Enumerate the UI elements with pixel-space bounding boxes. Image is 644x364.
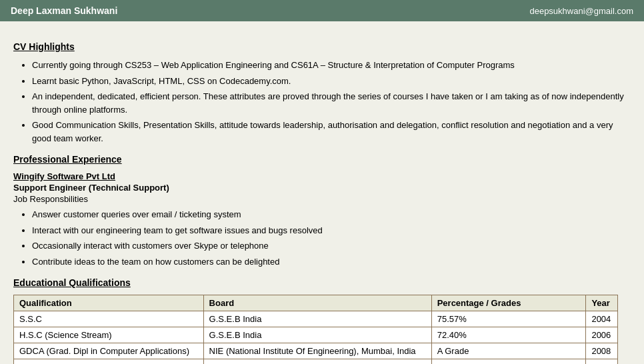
table-cell: G.S.E.B India [203, 327, 431, 343]
table-header-row: Qualification Board Percentage / Grades … [14, 295, 618, 311]
professional-experience-section: Professional Experience Wingify Software… [13, 154, 631, 268]
table-row: S.S.CG.S.E.B India75.57%2004 [14, 311, 618, 327]
table-cell: 75.57% [431, 311, 586, 327]
page-header: Deep Laxman Sukhwani deepsukhwani@gmail.… [0, 0, 644, 21]
list-item: Good Communication Skills, Presentation … [32, 119, 631, 145]
list-item: Answer customer queries over email / tic… [32, 208, 631, 221]
table-cell: 2006 [586, 327, 618, 343]
company-name: Wingify Software Pvt Ltd [13, 171, 631, 181]
main-content: CV Highlights Currently going through CS… [0, 21, 644, 364]
cv-highlights-section: CV Highlights Currently going through CS… [13, 41, 631, 145]
list-item: An independent, dedicated, efficient per… [32, 90, 631, 116]
table-row: H.S.C (Science Stream)G.S.E.B India72.40… [14, 327, 618, 343]
col-year: Year [586, 295, 618, 311]
cv-highlights-title: CV Highlights [13, 41, 631, 52]
table-cell: 2008 [586, 343, 618, 359]
table-cell: 2004 [586, 311, 618, 327]
table-cell: H.S.C (Science Stream) [14, 327, 204, 343]
header-email: deepsukhwani@gmail.com [529, 6, 633, 16]
list-item: Interact with our engineering team to ge… [32, 224, 631, 237]
list-item: Contribute ideas to the team on how cust… [32, 255, 631, 269]
table-cell: 2012 [586, 359, 618, 365]
edu-table: Qualification Board Percentage / Grades … [13, 295, 618, 364]
table-cell: NIE (National Institute Of Engineering),… [203, 343, 431, 359]
list-item: Occasionally interact with customers ove… [32, 239, 631, 253]
table-cell: G.S.E.B India [203, 311, 431, 327]
table-row: B.Sc. (Hons) - Applied AccountingOxford … [14, 359, 618, 365]
responsibilities-list: Answer customer queries over email / tic… [13, 208, 631, 268]
list-item: Learnt basic Python, JavaScript, HTML, C… [32, 75, 631, 88]
table-cell: 72.40% [431, 327, 586, 343]
table-cell: 2:1 – Upper Second Class Honours [431, 359, 586, 365]
table-cell: A Grade [431, 343, 586, 359]
col-board: Board [203, 295, 431, 311]
table-cell: B.Sc. (Hons) - Applied Accounting [14, 359, 204, 365]
cv-highlights-list: Currently going through CS253 – Web Appl… [13, 59, 631, 145]
table-row: GDCA (Grad. Dipl in Computer Application… [14, 343, 618, 359]
header-name: Deep Laxman Sukhwani [11, 5, 117, 16]
job-title: Support Engineer (Technical Support) [13, 183, 631, 193]
professional-experience-title: Professional Experience [13, 154, 631, 165]
table-cell: S.S.C [14, 311, 204, 327]
table-cell: Oxford Brookes University [203, 359, 431, 365]
educational-section: Educational Qualifications Qualification… [13, 277, 631, 364]
col-qualification: Qualification [14, 295, 204, 311]
educational-title: Educational Qualifications [13, 277, 631, 288]
list-item: Currently going through CS253 – Web Appl… [32, 59, 631, 72]
col-percentage: Percentage / Grades [431, 295, 586, 311]
job-responsibilities-label: Job Responsbilities [13, 194, 631, 204]
table-cell: GDCA (Grad. Dipl in Computer Application… [14, 343, 204, 359]
